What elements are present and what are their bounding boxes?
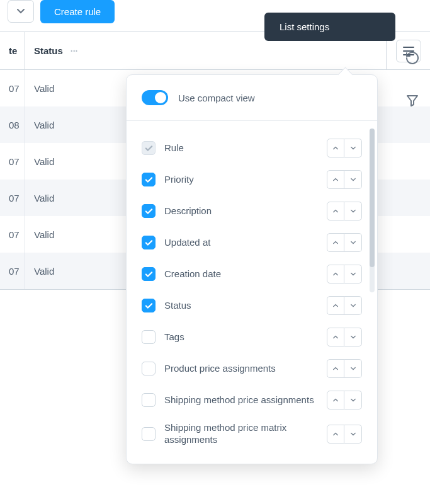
context-dropdown[interactable] xyxy=(8,0,34,23)
reorder-stepper xyxy=(327,202,362,220)
filter-button[interactable] xyxy=(405,93,420,108)
scrollbar-thumb[interactable] xyxy=(370,129,375,267)
column-option: Shipping method price assignments xyxy=(142,384,372,416)
move-up-button[interactable] xyxy=(327,425,344,444)
cell-status: Valid xyxy=(25,216,121,253)
reorder-stepper xyxy=(327,265,362,284)
reorder-stepper xyxy=(327,233,362,252)
move-down-button[interactable] xyxy=(344,359,362,378)
cell-status: Valid xyxy=(25,70,121,106)
column-checkbox[interactable] xyxy=(142,299,156,312)
column-checkbox[interactable] xyxy=(142,236,156,249)
move-down-button[interactable] xyxy=(344,202,362,220)
move-up-button[interactable] xyxy=(327,139,344,158)
reorder-stepper xyxy=(327,170,362,189)
column-checkbox[interactable] xyxy=(142,204,156,218)
move-up-button[interactable] xyxy=(327,391,344,410)
move-down-button[interactable] xyxy=(344,170,362,189)
column-header-status[interactable]: Status··· xyxy=(25,32,121,69)
move-up-button[interactable] xyxy=(327,170,344,189)
cell-status: Valid xyxy=(25,143,121,180)
filter-icon xyxy=(405,93,420,108)
list-settings-popover: Use compact view RulePriorityDescription… xyxy=(126,74,378,464)
column-label: Rule xyxy=(164,142,318,154)
column-checkbox[interactable] xyxy=(142,173,156,186)
move-up-button[interactable] xyxy=(327,265,344,284)
move-up-button[interactable] xyxy=(327,233,344,252)
move-down-button[interactable] xyxy=(344,328,362,346)
column-checkbox[interactable] xyxy=(142,362,156,375)
move-down-button[interactable] xyxy=(344,139,362,158)
column-option: Updated at xyxy=(142,227,372,258)
move-up-button[interactable] xyxy=(327,328,344,346)
column-option: Description xyxy=(142,195,372,227)
column-header-date[interactable]: te xyxy=(0,32,25,69)
chevron-down-icon xyxy=(17,9,25,14)
column-option: Tags xyxy=(142,321,372,353)
column-label: Status xyxy=(164,300,318,312)
compact-view-toggle[interactable] xyxy=(142,90,168,105)
cell-date: 07 xyxy=(0,70,25,106)
column-checkbox[interactable] xyxy=(142,330,156,344)
column-checkbox[interactable] xyxy=(142,267,156,281)
scrollbar[interactable] xyxy=(370,129,375,292)
column-header-label: te xyxy=(9,45,17,56)
column-header-label: Status xyxy=(34,45,63,56)
reorder-stepper xyxy=(327,391,362,410)
move-down-button[interactable] xyxy=(344,265,362,284)
column-label: Description xyxy=(164,205,318,217)
reorder-stepper xyxy=(327,328,362,346)
column-option: Rule xyxy=(142,132,372,164)
column-option: Product price assignments xyxy=(142,353,372,384)
column-label: Shipping method price assignments xyxy=(164,394,318,406)
column-checkbox[interactable] xyxy=(142,427,156,441)
ellipsis-icon[interactable]: ··· xyxy=(71,46,78,56)
column-option: Creation date xyxy=(142,258,372,290)
column-label: Updated at xyxy=(164,237,318,249)
column-label: Product price assignments xyxy=(164,363,318,375)
cell-date: 07 xyxy=(0,143,25,180)
cell-date: 07 xyxy=(0,180,25,216)
column-option: Shipping method price matrix assignments xyxy=(142,416,372,452)
move-up-button[interactable] xyxy=(327,296,344,315)
cell-date: 08 xyxy=(0,106,25,143)
list-settings-tooltip: List settings xyxy=(264,13,395,41)
cell-date: 07 xyxy=(0,216,25,253)
popover-header: Use compact view xyxy=(127,75,377,121)
column-label: Tags xyxy=(164,331,318,343)
create-rule-button[interactable]: Create rule xyxy=(40,0,115,23)
move-down-button[interactable] xyxy=(344,296,362,315)
column-option: Status xyxy=(142,290,372,321)
reorder-stepper xyxy=(327,139,362,158)
reorder-stepper xyxy=(327,425,362,444)
move-up-button[interactable] xyxy=(327,202,344,220)
move-up-button[interactable] xyxy=(327,359,344,378)
move-down-button[interactable] xyxy=(344,233,362,252)
cell-date: 07 xyxy=(0,253,25,289)
compact-view-label: Use compact view xyxy=(178,93,255,103)
column-label: Priority xyxy=(164,174,318,186)
cell-status: Valid xyxy=(25,180,121,216)
move-down-button[interactable] xyxy=(344,391,362,410)
reorder-stepper xyxy=(327,359,362,378)
column-label: Shipping method price matrix assignments xyxy=(164,422,318,446)
move-down-button[interactable] xyxy=(344,425,362,444)
column-checkbox[interactable] xyxy=(142,393,156,407)
column-option: Priority xyxy=(142,164,372,195)
cell-status: Valid xyxy=(25,106,121,143)
cell-status: Valid xyxy=(25,253,121,289)
refresh-button[interactable] xyxy=(405,50,420,66)
column-checkbox[interactable] xyxy=(142,141,156,155)
reorder-stepper xyxy=(327,296,362,315)
column-label: Creation date xyxy=(164,268,318,280)
refresh-icon xyxy=(405,50,420,66)
